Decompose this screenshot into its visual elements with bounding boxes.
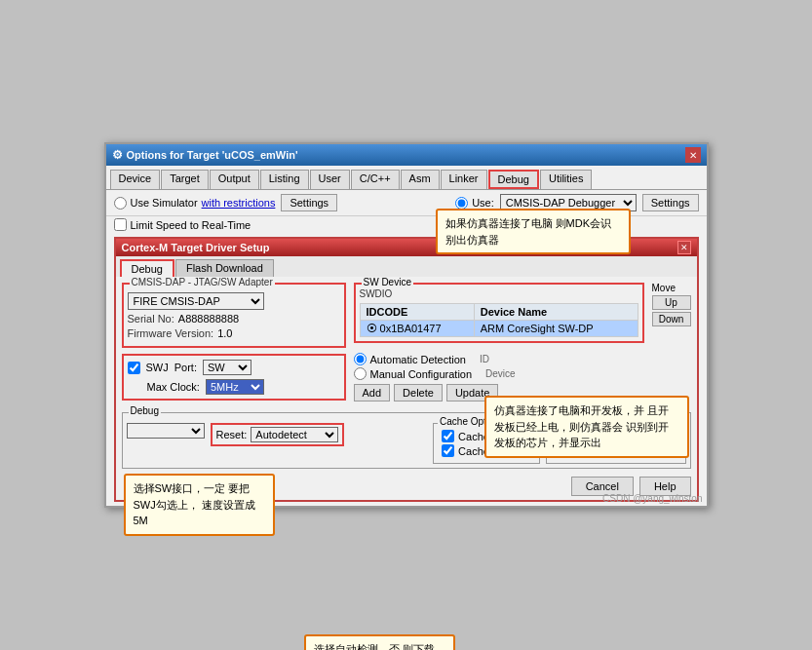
- device-name-cell: ARM CoreSight SW-DP: [474, 321, 638, 337]
- outer-title-bar: ⚙ Options for Target 'uCOS_emWin' ✕: [106, 144, 707, 166]
- up-button[interactable]: Up: [652, 295, 691, 310]
- window-icon: ⚙: [112, 148, 123, 162]
- main-wrapper: ⚙ Options for Target 'uCOS_emWin' ✕ Devi…: [104, 142, 709, 508]
- auto-detection-row: Automatic Detection ID: [354, 353, 691, 365]
- simulator-radio[interactable]: [114, 197, 127, 210]
- adapter-group: CMSIS-DAP - JTAG/SW Adapter FIRE CMSIS-D…: [122, 283, 346, 348]
- cache-memory-checkbox[interactable]: [442, 444, 454, 457]
- settings-button-right[interactable]: Settings: [642, 194, 699, 211]
- clock-row: Max Clock: 5MHz: [128, 379, 340, 395]
- settings-button-left[interactable]: Settings: [281, 194, 337, 211]
- outer-close-button[interactable]: ✕: [685, 147, 701, 163]
- debug-section-label: Debug: [129, 405, 161, 416]
- limit-speed-checkbox[interactable]: [114, 218, 127, 231]
- idcode-value: 0x1BA01477: [380, 323, 442, 334]
- device-label: Device: [485, 368, 516, 379]
- callout-device-text: 仿真器连接了电脑和开发板，并 且开发板已经上电，则仿真器会 识别到开发板的芯片，…: [494, 404, 669, 448]
- firmware-value: 1.0: [217, 327, 232, 339]
- cache-code-checkbox[interactable]: [442, 430, 454, 442]
- callout-simulator: 如果仿真器连接了电脑 则MDK会识别出仿真器: [436, 209, 631, 254]
- simulator-radio-group: Use Simulator with restrictions: [114, 197, 276, 210]
- serial-label: Serial No:: [128, 313, 174, 325]
- table-row: ⦿ 0x1BA01477 ARM CoreSight SW-DP: [360, 321, 638, 337]
- swdevice-label: SW Device: [362, 277, 413, 287]
- reset-row: Reset: Autodetect: [211, 423, 345, 446]
- swdevice-group: SW Device SWDIO IDCODE Device Name: [354, 283, 644, 343]
- swj-checkbox[interactable]: [128, 362, 140, 374]
- add-button[interactable]: Add: [354, 384, 391, 401]
- title-left: ⚙ Options for Target 'uCOS_emWin': [112, 148, 298, 162]
- swj-row: SWJ Port: SW: [128, 360, 340, 375]
- idcode-cell: ⦿ 0x1BA01477: [360, 321, 474, 337]
- watermark: CSDN @yang_winston: [602, 493, 702, 504]
- auto-detection-radio[interactable]: [354, 353, 367, 365]
- inner-content: CMSIS-DAP - JTAG/SW Adapter FIRE CMSIS-D…: [116, 277, 697, 412]
- move-label: Move: [652, 283, 691, 293]
- swdevice-table: IDCODE Device Name ⦿ 0x1BA01477: [360, 303, 638, 337]
- manual-config-row: Manual Configuration Device: [354, 367, 691, 380]
- callout-autodetect-text: 选择自动检测，否 则下载不了: [314, 643, 435, 650]
- col-device-name: Device Name: [474, 304, 638, 321]
- swj-label: SWJ: [146, 362, 169, 373]
- tab-device[interactable]: Device: [110, 170, 161, 189]
- limit-speed-label: Limit Speed to Real-Time: [131, 219, 251, 231]
- move-buttons: Move Up Down: [652, 283, 691, 326]
- callout-sw: 选择SW接口，一定 要把SWJ勾选上， 速度设置成5M: [124, 474, 275, 536]
- simulator-label: Use Simulator: [131, 197, 198, 209]
- tab-linker[interactable]: Linker: [441, 170, 487, 189]
- swdevice-row: SW Device SWDIO IDCODE Device Name: [354, 283, 691, 349]
- serial-row: Serial No: A888888888: [128, 313, 340, 325]
- down-button[interactable]: Down: [652, 312, 691, 326]
- auto-detection-label: Automatic Detection: [370, 354, 466, 365]
- swj-group: SWJ Port: SW Max Clock: 5MHz: [122, 354, 346, 401]
- restrictions-link[interactable]: with restrictions: [202, 197, 276, 209]
- outer-window-title: Options for Target 'uCOS_emWin': [127, 149, 298, 161]
- firmware-row: Firmware Version: 1.0: [128, 327, 340, 339]
- use-label: Use:: [472, 197, 494, 209]
- row-radio-indicator: ⦿: [367, 323, 380, 334]
- callout-sw-text: 选择SW接口，一定 要把SWJ勾选上， 速度设置成5M: [134, 482, 255, 526]
- manual-config-label: Manual Configuration: [370, 368, 473, 380]
- inner-window-title: Cortex-M Target Driver Setup: [122, 242, 270, 253]
- inner-window: Cortex-M Target Driver Setup ✕ Debug Fla…: [114, 237, 699, 502]
- serial-value: A888888888: [178, 313, 239, 325]
- tab-listing[interactable]: Listing: [260, 170, 309, 189]
- tab-target[interactable]: Target: [161, 170, 209, 189]
- callout-device: 仿真器连接了电脑和开发板，并 且开发板已经上电，则仿真器会 识别到开发板的芯片，…: [484, 396, 689, 458]
- outer-tabs-row: Device Target Output Listing User C/C++ …: [106, 166, 707, 190]
- adapter-select[interactable]: FIRE CMSIS-DAP: [128, 292, 264, 310]
- id-label: ID: [480, 354, 489, 364]
- right-panel: SW Device SWDIO IDCODE Device Name: [354, 283, 691, 406]
- inner-tab-debug[interactable]: Debug: [120, 259, 174, 277]
- adapter-group-label: CMSIS-DAP - JTAG/SW Adapter: [130, 277, 275, 287]
- tab-asm[interactable]: Asm: [401, 170, 440, 189]
- connect-select[interactable]: [127, 423, 205, 439]
- max-clock-label: Max Clock:: [147, 381, 200, 393]
- firmware-label: Firmware Version:: [128, 327, 214, 339]
- inner-close-button[interactable]: ✕: [677, 241, 691, 254]
- adapter-select-row: FIRE CMSIS-DAP: [128, 292, 340, 310]
- tab-output[interactable]: Output: [210, 170, 259, 189]
- port-select[interactable]: SW: [203, 360, 251, 375]
- reset-label: Reset:: [216, 429, 248, 440]
- clock-select[interactable]: 5MHz: [206, 379, 264, 395]
- col-idcode: IDCODE: [360, 304, 474, 321]
- tab-cpp[interactable]: C/C++: [351, 170, 400, 189]
- use-radio-group: Use:: [455, 197, 494, 210]
- inner-tabs: Debug Flash Download: [116, 256, 697, 277]
- callout-simulator-text: 如果仿真器连接了电脑 则MDK会识别出仿真器: [445, 217, 612, 246]
- tab-debug[interactable]: Debug: [488, 170, 539, 189]
- tab-utilities[interactable]: Utilities: [540, 170, 592, 189]
- port-label: Port:: [174, 362, 197, 373]
- swdio-label: SWDIO: [360, 288, 638, 299]
- reset-select[interactable]: Autodetect: [251, 427, 338, 442]
- delete-button[interactable]: Delete: [394, 384, 443, 401]
- tab-user[interactable]: User: [310, 170, 350, 189]
- callout-autodetect: 选择自动检测，否 则下载不了: [304, 634, 455, 650]
- inner-tab-flash[interactable]: Flash Download: [175, 259, 274, 277]
- connect-area: [127, 423, 205, 439]
- left-panel: CMSIS-DAP - JTAG/SW Adapter FIRE CMSIS-D…: [122, 283, 346, 406]
- manual-config-radio[interactable]: [354, 367, 367, 380]
- use-radio[interactable]: [455, 197, 468, 210]
- detection-group: Automatic Detection ID Manual Configurat…: [354, 353, 691, 380]
